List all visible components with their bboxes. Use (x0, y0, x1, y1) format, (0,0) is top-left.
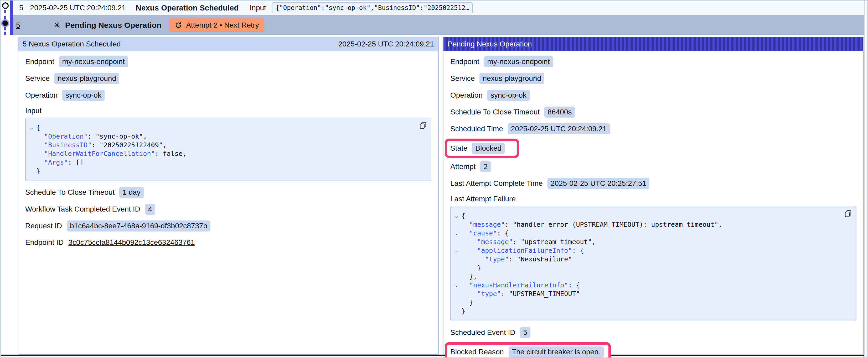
field-value-chip: 86400s (544, 106, 575, 118)
field-value-chip: 5 (520, 327, 531, 338)
retry-attempt-badge: Attempt 2 • Next Retry (169, 19, 264, 32)
chevron-gutter (27, 158, 36, 167)
json-key: "type" (477, 290, 501, 298)
json-text (36, 141, 44, 149)
json-text (461, 246, 477, 255)
event-row-pending-nexus-operation[interactable]: 5 ✳ Pending Nexus Operation Attempt 2 • … (13, 15, 867, 35)
json-text: } (461, 298, 473, 307)
event-id-link[interactable]: 5 (19, 4, 23, 12)
chevron-gutter (452, 290, 461, 298)
field-label: Endpoint (450, 58, 479, 66)
json-text: } (461, 307, 465, 316)
chevron-gutter (452, 307, 461, 316)
json-text: } (36, 167, 40, 175)
input-json-block: ⌄{ "Operation": "sync-op-ok", "BusinessI… (25, 118, 431, 181)
code-line: } (452, 298, 851, 307)
json-text (461, 237, 477, 246)
code-line: "type": "NexusFailure" (452, 255, 851, 263)
field-row-schedule-to-close-timeout: Schedule To Close Timeout 86400s (450, 106, 857, 118)
left-panel-timestamp: 2025-02-25 UTC 20:24:09.21 (338, 40, 434, 48)
json-key: "type" (485, 255, 508, 263)
field-row-endpoint-id: Endpoint ID 3c0c75ccfa8144b092c13ce63246… (25, 237, 431, 248)
state-highlight-annotation: State Blocked (445, 138, 519, 158)
field-row-service: Service nexus-playground (450, 73, 857, 84)
field-row-scheduled-time: Scheduled Time 2025-02-25 UTC 20:24:09.2… (450, 123, 857, 134)
field-label: Service (450, 74, 475, 83)
field-row-endpoint: Endpoint my-nexus-endpoint (25, 56, 431, 67)
field-value-chip: 4 (145, 204, 156, 215)
json-text (461, 281, 469, 290)
json-text: { (461, 211, 465, 220)
timeline-event-dot-hollow (2, 2, 9, 9)
event-id-link[interactable]: 5 (16, 21, 20, 30)
timeline-event-dot-filled (2, 21, 8, 26)
chevron-gutter (27, 167, 36, 175)
field-value-chip: 1 day (119, 187, 144, 198)
json-text (36, 158, 44, 167)
field-label: Schedule To Close Timeout (450, 108, 539, 116)
code-line: ⌄ "cause": { (452, 229, 851, 237)
json-text: : "upstream timeout", (513, 237, 596, 246)
code-line: "type": "UPSTREAM_TIMEOUT" (452, 290, 851, 298)
code-line: "BusinessID": "20250225122409", (27, 141, 426, 149)
json-key: "message" (477, 237, 513, 246)
copy-icon[interactable] (419, 121, 427, 130)
json-text: }, (461, 272, 477, 281)
json-text: : { (572, 246, 584, 255)
event-name: Nexus Operation Scheduled (136, 4, 239, 12)
collapse-chevron-icon[interactable]: ⌄ (452, 281, 461, 290)
field-label: Operation (450, 91, 483, 99)
field-row-attempt: Attempt 2 (450, 161, 857, 172)
json-text: { (36, 123, 40, 132)
scrollbar-track[interactable] (864, 1, 867, 357)
json-text (461, 220, 469, 229)
pending-asterisk-icon: ✳ (53, 20, 61, 30)
collapse-chevron-icon[interactable]: ⌄ (452, 246, 461, 255)
json-text: : { (568, 281, 580, 290)
left-panel-body: Endpoint my-nexus-endpoint Service nexus… (19, 51, 438, 248)
chevron-gutter (452, 220, 461, 229)
collapse-chevron-icon[interactable]: ⌄ (27, 123, 36, 132)
json-text (461, 255, 485, 263)
endpoint-id-link[interactable]: 3c0c75ccfa8144b092c13ce632463761 (68, 238, 195, 247)
json-key: "Args" (44, 158, 68, 167)
field-value-chip: sync-op-ok (487, 90, 530, 101)
field-row-request-id: Request ID b1c6a4bc-8ee7-468a-9169-df3b0… (25, 221, 431, 231)
failure-json-block: ⌄{ "message": "handler error (UPSTREAM_T… (450, 206, 857, 321)
field-label: Attempt (450, 162, 475, 171)
left-panel-header: 5 Nexus Operation Scheduled 2025-02-25 U… (19, 37, 438, 51)
event-row-nexus-operation-scheduled[interactable]: 5 2025-02-25 UTC 20:24:09.21 Nexus Opera… (13, 1, 867, 15)
chevron-gutter (27, 149, 36, 158)
panel-nexus-operation-scheduled: 5 Nexus Operation Scheduled 2025-02-25 U… (18, 37, 439, 355)
field-row-workflow-task-completed-event-id: Workflow Task Completed Event ID 4 (25, 204, 431, 215)
json-text: : false, (155, 149, 187, 158)
field-row-endpoint: Endpoint my-nexus-endpoint (450, 56, 857, 67)
input-preview-chip: {"Operation":"sync-op-ok","BusinessID":"… (272, 2, 473, 13)
chevron-gutter (452, 272, 461, 281)
field-value-chip: my-nexus-endpoint (484, 56, 553, 67)
input-label: Input (250, 4, 266, 12)
json-text (36, 149, 44, 158)
field-value-chip: my-nexus-endpoint (59, 56, 128, 67)
collapse-chevron-icon[interactable]: ⌄ (452, 211, 461, 220)
field-value-chip: nexus-playground (54, 73, 119, 84)
field-label: Scheduled Event ID (450, 328, 516, 337)
field-label: Operation (25, 91, 58, 99)
copy-icon[interactable] (844, 209, 852, 218)
field-value-chip: 2025-02-25 UTC 20:24:09.21 (508, 123, 610, 134)
field-value-chip: nexus-playground (479, 73, 544, 84)
field-value-chip: b1c6a4bc-8ee7-468a-9169-df3b02c8737b (67, 221, 211, 231)
json-text: : "handler error (UPSTREAM_TIMEOUT): ups… (505, 220, 722, 229)
collapse-chevron-icon[interactable]: ⌄ (452, 229, 461, 237)
field-row-last-attempt-complete-time: Last Attempt Complete Time 2025-02-25 UT… (450, 178, 857, 189)
field-label: Last Attempt Complete Time (450, 179, 543, 188)
code-line: ⌄ "nexusHandlerFailureInfo": { (452, 281, 851, 290)
field-label: Request ID (25, 222, 62, 230)
timeline-gutter (1, 1, 14, 357)
json-key: "cause" (469, 229, 497, 237)
pending-event-name: Pending Nexus Operation (65, 21, 161, 30)
right-panel-header: Pending Nexus Operation (443, 37, 863, 51)
field-row-operation: Operation sync-op-ok (25, 90, 431, 101)
json-key: "message" (469, 220, 505, 229)
event-rows: 5 2025-02-25 UTC 20:24:09.21 Nexus Opera… (13, 1, 867, 35)
